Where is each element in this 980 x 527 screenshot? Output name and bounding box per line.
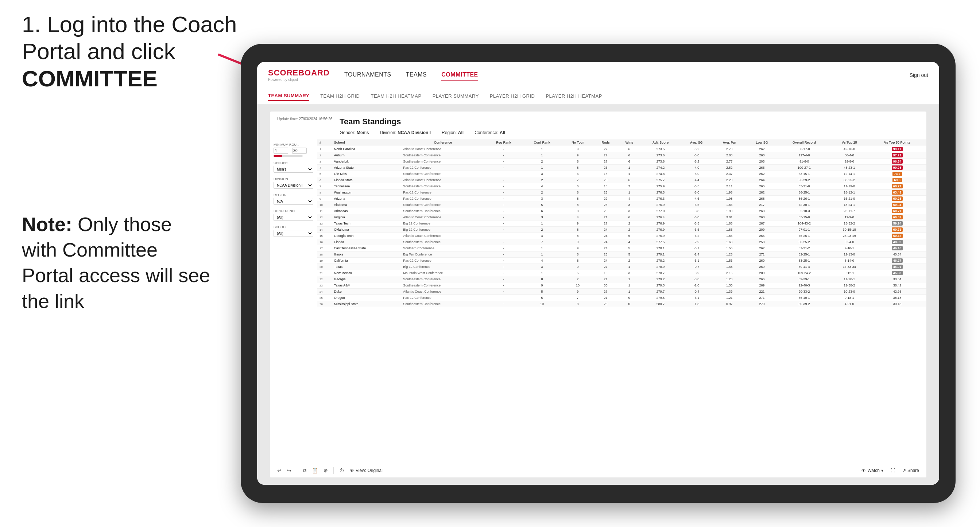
cell-conf-rank: 8	[522, 276, 562, 283]
cell-conf-rank: 5	[522, 295, 562, 301]
copy-icon[interactable]: ⧉	[303, 467, 306, 473]
cell-adj-score: 278.2	[641, 258, 680, 264]
cell-par: 1.28	[713, 276, 746, 283]
cell-rank: 2	[317, 152, 332, 159]
cell-sg: -6.0	[680, 214, 713, 221]
conference-select[interactable]: (All)	[274, 214, 313, 221]
subnav-player-summary[interactable]: PLAYER SUMMARY	[433, 92, 479, 101]
nav-tournaments[interactable]: TOURNAMENTS	[344, 70, 391, 81]
cell-adj-score: 279.5	[641, 295, 680, 301]
subnav-team-h2h-grid[interactable]: TEAM H2H GRID	[320, 92, 360, 101]
cell-wins: 3	[618, 270, 641, 276]
cell-rnds: 27	[594, 146, 618, 152]
plus-icon[interactable]: ⊕	[323, 468, 328, 473]
tablet-device: SCOREBOARD Powered by clippd TOURNAMENTS…	[241, 44, 956, 503]
cell-rank: 13	[317, 221, 332, 227]
cell-rank: 18	[317, 251, 332, 258]
cell-wins: 1	[618, 276, 641, 283]
division-select[interactable]: NCAA Division I	[274, 182, 313, 189]
cell-school: Illinois	[332, 251, 401, 258]
max-rounds-input[interactable]	[292, 148, 307, 154]
slider-container	[274, 155, 313, 157]
cell-conf-rank: 2	[522, 177, 562, 183]
cell-overall: 82-18-3	[778, 208, 830, 214]
cell-vs25: 9-12-1	[830, 270, 868, 276]
cell-rank: 20	[317, 264, 332, 270]
cell-points: 60.47	[868, 233, 926, 239]
cell-rank: 5	[317, 171, 332, 177]
subnav-player-h2h-grid[interactable]: PLAYER H2H GRID	[490, 92, 535, 101]
cell-conference: Pac-12 Conference	[401, 165, 485, 171]
table-row: 25 Oregon Pac-12 Conference - 5 7 21 0 2…	[317, 295, 926, 301]
cell-overall: 72-30-1	[778, 202, 830, 208]
sign-out-button[interactable]: Sign out	[902, 72, 928, 78]
undo-icon[interactable]: ↩	[277, 468, 282, 473]
cell-low-sg: 268	[746, 196, 778, 202]
cell-low-sg: 270	[746, 301, 778, 307]
instruction-title: 1. Log into the Coach Portal and click C…	[22, 11, 241, 92]
school-select[interactable]: (All)	[274, 230, 313, 237]
nav-committee[interactable]: COMMITTEE	[441, 70, 478, 81]
subnav-team-summary[interactable]: TEAM SUMMARY	[268, 91, 309, 101]
cell-rnds: 18	[594, 183, 618, 189]
toolbar-divider-2	[333, 467, 334, 474]
toolbar-divider-1	[297, 467, 297, 474]
cell-rnds: 20	[594, 177, 618, 183]
view-original-button[interactable]: 👁 View: Original	[350, 468, 383, 473]
table-row: 16 Florida Southeastern Conference - 7 9…	[317, 239, 926, 245]
cell-conf-rank: 5	[522, 289, 562, 295]
cell-vs25: 30-4-0	[830, 152, 868, 159]
fullscreen-button[interactable]: ⛶	[891, 468, 895, 473]
eye-icon: 👁	[350, 468, 354, 473]
cell-low-sg: 271	[746, 251, 778, 258]
nav-teams[interactable]: TEAMS	[406, 70, 427, 81]
cell-rnds: 22	[594, 196, 618, 202]
cell-vs25: 23-11-7	[830, 208, 868, 214]
cell-rank: 23	[317, 283, 332, 289]
cell-sg: -0.7	[680, 264, 713, 270]
min-rounds-input[interactable]	[274, 148, 288, 154]
cell-par: 2.77	[713, 159, 746, 165]
cell-sg: -6.2	[680, 233, 713, 239]
division-filter-label: Division	[274, 177, 313, 181]
cell-adj-score: 275.7	[641, 177, 680, 183]
cell-reg-rank: -	[485, 227, 522, 233]
cell-par: 2.37	[713, 171, 746, 177]
redo-icon[interactable]: ↪	[287, 468, 291, 473]
cell-par: 1.30	[713, 283, 746, 289]
rounds-slider[interactable]	[274, 155, 303, 157]
cell-reg-rank: -	[485, 214, 522, 221]
cell-conference: Southeastern Conference	[401, 183, 485, 189]
view-original-label: View: Original	[356, 468, 383, 473]
cell-conference: Southeastern Conference	[401, 171, 485, 177]
cell-rnds: 23	[594, 301, 618, 307]
cell-school: Texas A&M	[332, 283, 401, 289]
subnav-player-h2h-heatmap[interactable]: PLAYER H2H HEATMAP	[546, 92, 602, 101]
cell-adj-score: 278.7	[641, 270, 680, 276]
panel-header: Update time: 27/03/2024 16:56:26 Team St…	[270, 111, 926, 139]
cell-vs25: 11-19-0	[830, 183, 868, 189]
cell-no-tour: 8	[562, 258, 593, 264]
toolbar-right: 👁 Watch ▾ ⛶ ↗ Share	[861, 468, 919, 473]
cell-rank: 22	[317, 276, 332, 283]
cell-no-tour: 8	[562, 208, 593, 214]
cell-rnds: 24	[594, 227, 618, 233]
cell-rnds: 24	[594, 239, 618, 245]
cell-no-tour: 8	[562, 251, 593, 258]
watch-button[interactable]: 👁 Watch ▾	[861, 468, 883, 473]
cell-points: 42.98	[868, 289, 926, 295]
col-school: School	[332, 139, 401, 146]
gender-select[interactable]: Men's	[274, 166, 313, 173]
cell-school: New Mexico	[332, 270, 401, 276]
table-row: 20 Texas Big 12 Conference - 3 9 27 1 27…	[317, 264, 926, 270]
cell-overall: 63-21-0	[778, 183, 830, 189]
cell-vs25: 29-8-0	[830, 159, 868, 165]
bottom-toolbar: ↩ ↪ ⧉ 📋 ⊕ ⏱ 👁 View: Original 👁	[270, 463, 926, 478]
cell-no-tour: 10	[562, 283, 593, 289]
share-button[interactable]: ↗ Share	[902, 468, 919, 473]
region-select[interactable]: N/A	[274, 198, 313, 205]
paste-icon[interactable]: 📋	[312, 468, 318, 473]
table-row: 7 Tennessee Southeastern Conference - 4 …	[317, 183, 926, 189]
subnav-team-h2h-heatmap[interactable]: TEAM H2H HEATMAP	[371, 92, 421, 101]
cell-rnds: 23	[594, 202, 618, 208]
